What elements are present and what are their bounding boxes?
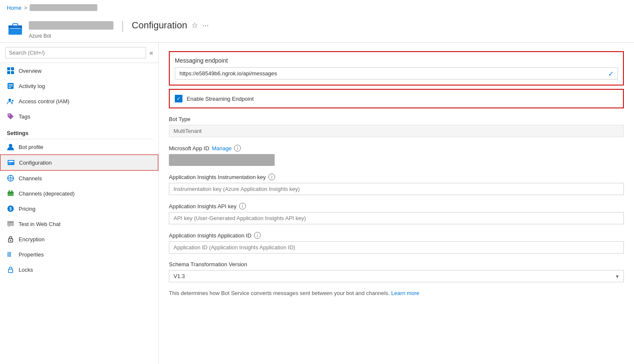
- streaming-endpoint-checkbox[interactable]: ✓: [175, 95, 182, 102]
- header-divider: |: [121, 19, 124, 32]
- messaging-endpoint-input-container: ✓: [175, 67, 618, 80]
- svg-rect-16: [8, 160, 14, 165]
- breadcrumb-resource: [30, 4, 97, 11]
- header-title-area: | Configuration ☆ ··· Azure Bot: [29, 19, 209, 39]
- favorite-star-icon[interactable]: ☆: [191, 21, 198, 30]
- svg-rect-6: [7, 71, 10, 74]
- svg-rect-5: [11, 67, 14, 70]
- app-insights-key-label: Application Insights Instrumentation key…: [169, 174, 624, 180]
- sidebar-item-overview[interactable]: Overview: [0, 63, 158, 78]
- azure-bot-icon: [7, 20, 24, 37]
- pricing-icon: $: [7, 205, 14, 212]
- svg-rect-23: [8, 190, 10, 192]
- overview-icon: [7, 67, 14, 74]
- sidebar-item-locks[interactable]: Locks: [0, 262, 158, 277]
- svg-point-15: [9, 144, 12, 147]
- sidebar-item-encryption[interactable]: Encryption: [0, 232, 158, 247]
- sidebar-item-test-web-chat-label: Test in Web Chat: [19, 221, 61, 227]
- app-insights-app-id-info-icon[interactable]: i: [254, 232, 261, 239]
- sidebar-item-test-web-chat[interactable]: Test in Web Chat: [0, 216, 158, 232]
- svg-rect-28: [8, 222, 13, 223]
- streaming-endpoint-label: Enable Streaming Endpoint: [187, 96, 254, 102]
- microsoft-app-id-section: Microsoft App ID Manage i: [169, 145, 624, 166]
- svg-rect-29: [8, 223, 11, 224]
- tags-icon: [7, 113, 14, 120]
- access-control-icon: [7, 97, 14, 105]
- svg-rect-32: [8, 252, 8, 257]
- schema-transformation-label: Schema Transformation Version: [169, 261, 624, 267]
- microsoft-app-id-masked: [169, 154, 275, 166]
- bot-type-input: [169, 125, 624, 137]
- sidebar-item-properties-label: Properties: [19, 251, 44, 258]
- svg-point-13: [12, 100, 14, 102]
- header-subtitle: Azure Bot: [29, 33, 209, 39]
- home-link[interactable]: Home: [7, 5, 22, 11]
- schema-transformation-select[interactable]: V1.3 V1.2 V1.1 V1.0: [169, 270, 624, 282]
- svg-rect-35: [8, 269, 13, 273]
- bot-profile-icon: [7, 143, 14, 151]
- app-insights-key-input[interactable]: [169, 183, 624, 195]
- svg-rect-24: [11, 190, 13, 192]
- sidebar-item-channels-deprecated[interactable]: Channels (deprecated): [0, 186, 158, 201]
- app-insights-api-key-input[interactable]: [169, 212, 624, 224]
- channels-deprecated-icon: [7, 190, 14, 197]
- locks-icon: [7, 266, 14, 273]
- svg-rect-4: [7, 67, 10, 70]
- schema-transformation-select-wrapper: V1.3 V1.2 V1.1 V1.0: [169, 270, 624, 282]
- svg-rect-17: [8, 161, 14, 162]
- schema-description-text: This determines how Bot Service converts…: [169, 290, 624, 296]
- app-insights-api-key-info-icon[interactable]: i: [239, 203, 246, 210]
- svg-rect-7: [11, 71, 14, 74]
- learn-more-link[interactable]: Learn more: [391, 290, 419, 296]
- app-id-info-icon[interactable]: i: [234, 145, 241, 152]
- breadcrumb-separator: >: [24, 5, 28, 11]
- sidebar-item-tags-label: Tags: [19, 113, 30, 120]
- sidebar-item-configuration-label: Configuration: [19, 160, 52, 166]
- sidebar-item-properties[interactable]: Properties: [0, 247, 158, 262]
- activity-log-icon: [7, 82, 14, 90]
- sidebar-item-tags[interactable]: Tags: [0, 109, 158, 124]
- sidebar-item-configuration[interactable]: Configuration: [0, 154, 158, 171]
- svg-rect-11: [8, 87, 11, 88]
- test-web-chat-icon: [7, 220, 14, 228]
- configuration-icon: [7, 159, 15, 166]
- page-title: Configuration: [132, 20, 187, 31]
- svg-rect-18: [8, 163, 11, 164]
- more-options-icon[interactable]: ···: [202, 21, 209, 30]
- breadcrumb: Home >: [0, 0, 634, 15]
- svg-point-12: [8, 99, 11, 101]
- svg-point-14: [8, 114, 10, 116]
- collapse-sidebar-button[interactable]: «: [149, 49, 153, 57]
- app-insights-key-info-icon[interactable]: i: [268, 174, 275, 180]
- sidebar-item-pricing[interactable]: $ Pricing: [0, 201, 158, 216]
- svg-rect-10: [8, 86, 13, 87]
- app-insights-app-id-input[interactable]: [169, 241, 624, 254]
- streaming-endpoint-section: ✓ Enable Streaming Endpoint: [169, 89, 624, 108]
- sidebar-item-bot-profile[interactable]: Bot profile: [0, 139, 158, 154]
- sidebar-item-activity-log-label: Activity log: [19, 83, 45, 89]
- channels-icon: [7, 174, 14, 182]
- sidebar-item-channels[interactable]: Channels: [0, 171, 158, 186]
- svg-rect-3: [10, 28, 20, 29]
- sidebar-item-encryption-label: Encryption: [19, 236, 44, 243]
- schema-transformation-section: Schema Transformation Version V1.3 V1.2 …: [169, 261, 624, 282]
- messaging-endpoint-input[interactable]: [175, 67, 618, 80]
- sidebar-item-pricing-label: Pricing: [19, 206, 36, 212]
- settings-section-label: Settings: [0, 124, 158, 139]
- microsoft-app-id-label: Microsoft App ID Manage i: [169, 145, 624, 152]
- sidebar-item-locks-label: Locks: [19, 267, 33, 273]
- messaging-endpoint-label: Messaging endpoint: [175, 57, 618, 64]
- sidebar-item-access-control[interactable]: Access control (IAM): [0, 94, 158, 109]
- svg-rect-33: [9, 252, 10, 257]
- search-input[interactable]: [5, 47, 146, 58]
- header-resource-name: [29, 21, 113, 30]
- streaming-endpoint-row: ✓ Enable Streaming Endpoint: [175, 95, 618, 102]
- sidebar-item-channels-label: Channels: [19, 175, 42, 182]
- svg-rect-9: [8, 84, 13, 85]
- sidebar-item-activity-log[interactable]: Activity log: [0, 78, 158, 94]
- manage-link[interactable]: Manage: [212, 145, 232, 152]
- content-area: Messaging endpoint ✓ ✓ Enable Streaming …: [159, 43, 634, 364]
- svg-rect-34: [10, 252, 11, 257]
- messaging-endpoint-section: Messaging endpoint ✓: [169, 51, 624, 85]
- check-icon: ✓: [608, 69, 614, 77]
